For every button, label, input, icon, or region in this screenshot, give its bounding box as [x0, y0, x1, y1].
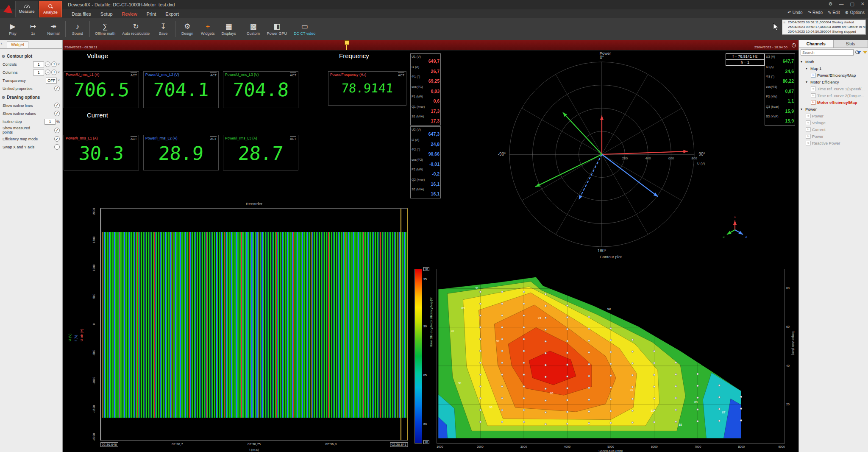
search-input[interactable] — [801, 49, 854, 56]
checkbox-show-measured-points[interactable]: ✓ — [54, 128, 60, 133]
toolbar-1x[interactable]: ↦1x — [23, 18, 43, 40]
expander-icon[interactable]: ▾ — [801, 107, 804, 111]
edit-button[interactable]: ✎Edit — [828, 10, 840, 15]
contour-widget[interactable]: Contour plot 969590858078 Motor Efficien… — [409, 254, 796, 452]
decrement-button[interactable]: − — [45, 61, 50, 67]
toolbar-widgets[interactable]: +Widgets — [198, 18, 218, 40]
tree-item-reactive-power[interactable]: ≈Reactive Power — [799, 140, 868, 146]
filter-funnel-alt-icon[interactable] — [863, 51, 867, 54]
analyze-button[interactable]: Analyze — [39, 1, 62, 17]
contour-x-label: Speed Axis (rpm) — [437, 449, 785, 452]
chevron-down-icon[interactable]: ˅ — [58, 70, 60, 74]
toolbar-normal[interactable]: ↠Normal — [43, 18, 64, 40]
voltage-display-l2[interactable]: Power/U_rms_L2 (V)ACT 704.1 — [143, 71, 219, 108]
tree-item-motor-efficiency[interactable]: ▾Motor Efficiency — [799, 78, 868, 85]
decrement-button[interactable]: − — [45, 70, 50, 75]
tree-item-power[interactable]: ≈Power — [799, 112, 868, 119]
recorder-cursor[interactable] — [401, 209, 401, 440]
channel-name: Power/U_rms_L2 (V) — [145, 73, 179, 77]
tree-item-time-ref-curve-1-speed[interactable]: ≈Time ref. curve 1(Speed/... — [799, 85, 868, 92]
tab-widget[interactable]: Widget — [7, 41, 28, 48]
setting-value[interactable]: OFF — [46, 78, 57, 84]
measured-point — [653, 374, 655, 376]
expander-icon[interactable]: ▾ — [806, 67, 809, 70]
toolbar-auto-recalculate[interactable]: ↻Auto recalculate — [119, 18, 153, 40]
minimize-button[interactable]: — — [839, 1, 843, 7]
tree-item-time-ref-curve-2-torque[interactable]: ≈Time ref. curve 2(Torque... — [799, 92, 868, 99]
tree-item-power[interactable]: ▾Power — [799, 106, 868, 112]
recorder-widget[interactable]: Recorder U (V)I (A)U ab (V) 200015001000… — [64, 201, 409, 452]
toolbar-custom[interactable]: ▩Custom — [243, 18, 263, 40]
checkbox-show-isoline-values[interactable]: ✓ — [54, 111, 60, 116]
voltage-display-l1[interactable]: Power/U_rms_L1 (V)ACT 706.5 — [64, 71, 139, 108]
tree-label: Power — [812, 114, 823, 118]
toolbar-play[interactable]: ▶Play — [3, 18, 23, 40]
tree-item-voltage[interactable]: ≈Voltage — [799, 119, 868, 126]
tree-item-motor-efficiency-map[interactable]: ≈Motor efficiency/Map — [799, 99, 868, 106]
increment-button[interactable]: + — [51, 61, 57, 67]
current-display-l2[interactable]: Power/I_rms_L2 (A)ACT 28.9 — [143, 135, 219, 170]
edit-icon: ✎ — [828, 10, 831, 15]
timeline-cursor[interactable] — [346, 40, 347, 50]
tree-item-current[interactable]: ≈Current — [799, 126, 868, 133]
current-display-l1[interactable]: Power/I_rms_L1 (A)ACT 30.3 — [64, 135, 139, 170]
checkbox-show-isoline-lines[interactable]: ✓ — [54, 103, 60, 108]
toolbar-displays[interactable]: ▦Displays — [218, 18, 239, 40]
collapse-panel-button[interactable]: ‹ — [1, 41, 2, 46]
tree-item-map-1[interactable]: ▾Map 1 — [799, 65, 868, 72]
expander-icon[interactable]: ▾ — [806, 80, 809, 84]
recorder-plot-area[interactable] — [100, 208, 408, 441]
timeline-bar[interactable]: 25/04/2023 - 09:58:11 25/04/2023 - 10:04… — [63, 40, 798, 50]
contour-plot-area[interactable]: 9189879092939495909392898887 — [437, 269, 785, 444]
redo-button[interactable]: ↷Redo — [808, 10, 823, 15]
menu-export[interactable]: Export — [161, 11, 184, 17]
setting-value[interactable]: 1 — [45, 119, 56, 125]
checkbox-unified-properties[interactable]: ✓ — [54, 86, 60, 91]
toolbar-save[interactable]: ↧Save — [153, 18, 173, 40]
options-button[interactable]: ⚙Options — [845, 10, 865, 15]
toolbar-power-gpu[interactable]: ◧Power GPU — [263, 18, 290, 40]
menu-review[interactable]: Review — [117, 11, 142, 17]
frequency-display[interactable]: Power/Frequency (Hz)ACT 78.9141 — [328, 71, 406, 106]
event-log[interactable]: 25/04/2023 09:58:11,000004 Storing start… — [782, 20, 866, 35]
current-display-l3[interactable]: Power/I_rms_L3 (A)ACT 28.7 — [223, 135, 298, 170]
tab-slots[interactable]: Slots — [834, 40, 868, 47]
setting-value[interactable]: 1 — [33, 70, 44, 75]
measured-point — [566, 388, 568, 389]
vectorscope-widget[interactable]: 0°90°180°-90°200400600800U (V)123 Power … — [409, 51, 796, 254]
chevron-down-icon[interactable]: ˅ — [58, 78, 60, 82]
tree-label: Time ref. curve 2(Torque... — [817, 93, 864, 98]
tab-channels[interactable]: Channels — [799, 40, 834, 47]
toolbar-dc-ct-video[interactable]: ▭DC CT video — [290, 18, 319, 40]
tree-item-math[interactable]: ▾Math — [799, 58, 868, 65]
settings-button[interactable]: ⚙ — [829, 1, 833, 7]
window-controls: ⚙—▢✕ — [829, 1, 865, 7]
contour-plot-settings: Controls1−+˅Columns1−+˅TransparencyOFF˅U… — [2, 60, 61, 92]
clock-icon[interactable]: ◷ — [792, 42, 796, 48]
measure-button[interactable]: Measure — [15, 1, 38, 17]
chevron-down-icon[interactable]: ˅ — [58, 62, 60, 66]
colorbar-tick: 85 — [423, 374, 427, 377]
voltage-display-l3[interactable]: Power/U_rms_L3 (V)ACT 704.8 — [223, 71, 298, 108]
setting-columns: Columns1−+˅ — [2, 68, 61, 76]
maximize-button[interactable]: ▢ — [850, 1, 854, 7]
measured-point — [479, 338, 481, 340]
undo-button[interactable]: ↶Undo — [787, 10, 802, 15]
section-contour-plot[interactable]: ⚙Contour plot — [2, 54, 61, 59]
menu-setup[interactable]: Setup — [96, 11, 117, 17]
increment-button[interactable]: + — [51, 70, 57, 75]
menu-print[interactable]: Print — [142, 11, 161, 17]
close-button[interactable]: ✕ — [861, 1, 865, 7]
expander-icon[interactable]: ▾ — [801, 60, 804, 64]
checkbox-swap-x-and-y-axis[interactable] — [54, 144, 60, 150]
toolbar-sound[interactable]: ♪Sound — [67, 18, 88, 40]
toolbar-design[interactable]: ⚙Design — [177, 18, 198, 40]
toolbar-offline-math[interactable]: ∑Offline math — [92, 18, 119, 40]
tree-item-power[interactable]: ≈Power — [799, 133, 868, 140]
checkbox-efficiency-map-mode[interactable]: ✓ — [54, 136, 60, 142]
measured-point — [479, 303, 481, 304]
menu-data-files[interactable]: Data files — [67, 11, 96, 17]
section-drawing-options[interactable]: ⚙Drawing options — [2, 95, 61, 100]
setting-value[interactable]: 1 — [33, 61, 44, 67]
tree-item-power-efficiency-map[interactable]: ≈Power/Efficiency/Map — [799, 72, 868, 78]
